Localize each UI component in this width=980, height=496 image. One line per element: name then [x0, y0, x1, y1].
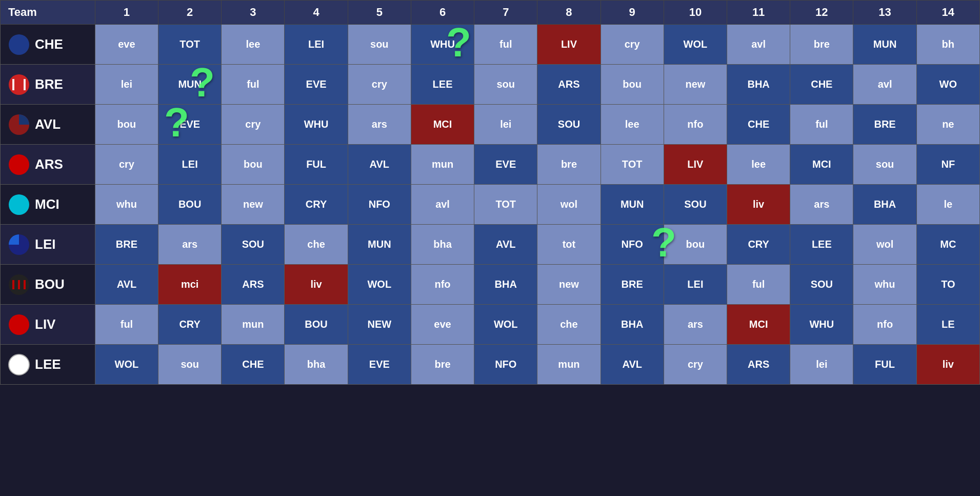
fixture-cell[interactable]: liv	[916, 345, 979, 385]
fixture-cell[interactable]: LEI	[664, 265, 727, 305]
fixture-cell[interactable]: whu	[853, 265, 916, 305]
fixture-cell[interactable]: LEE	[790, 225, 853, 265]
fixture-cell[interactable]: bre	[411, 345, 474, 385]
fixture-cell[interactable]: LEI	[158, 145, 222, 185]
fixture-cell[interactable]: new	[222, 185, 285, 225]
fixture-cell[interactable]: lee	[727, 145, 790, 185]
fixture-cell[interactable]: mun	[537, 345, 601, 385]
fixture-cell[interactable]: CRY	[727, 225, 790, 265]
fixture-cell[interactable]: ful	[222, 65, 285, 105]
fixture-cell[interactable]: bou	[95, 105, 158, 145]
fixture-cell[interactable]: le	[916, 185, 979, 225]
fixture-cell[interactable]: BHA	[853, 185, 916, 225]
fixture-cell[interactable]: ars	[664, 305, 727, 345]
fixture-cell[interactable]: WOL	[95, 345, 158, 385]
fixture-cell[interactable]: ars	[348, 105, 411, 145]
fixture-cell[interactable]: ful	[727, 265, 790, 305]
fixture-cell[interactable]: BHA	[727, 65, 790, 105]
fixture-cell[interactable]: MC	[916, 225, 979, 265]
fixture-cell[interactable]: avl	[727, 25, 790, 65]
fixture-cell[interactable]: BOU	[285, 305, 348, 345]
fixture-cell[interactable]: LE	[916, 305, 979, 345]
fixture-cell[interactable]: AVL	[95, 265, 158, 305]
fixture-cell[interactable]: lei	[474, 105, 537, 145]
fixture-cell[interactable]: bha	[411, 225, 474, 265]
fixture-cell[interactable]: cry	[222, 105, 285, 145]
fixture-cell[interactable]: liv	[285, 265, 348, 305]
fixture-cell[interactable]: sou	[158, 345, 222, 385]
fixture-cell[interactable]: ARS	[727, 345, 790, 385]
fixture-cell[interactable]: cry	[664, 345, 727, 385]
fixture-cell[interactable]: lee	[601, 105, 664, 145]
fixture-cell[interactable]: TO	[916, 265, 979, 305]
fixture-cell[interactable]: cry	[348, 65, 411, 105]
fixture-cell[interactable]: BOU	[158, 185, 222, 225]
fixture-cell[interactable]: bre	[537, 145, 601, 185]
fixture-cell[interactable]: che	[285, 225, 348, 265]
fixture-cell[interactable]: bh	[916, 25, 979, 65]
fixture-cell[interactable]: ful	[790, 105, 853, 145]
fixture-cell[interactable]: BHA	[474, 265, 537, 305]
fixture-cell[interactable]: cry	[95, 145, 158, 185]
fixture-cell[interactable]: WO	[916, 65, 979, 105]
fixture-cell[interactable]: ars	[158, 225, 222, 265]
fixture-cell[interactable]: MUN	[158, 65, 222, 105]
fixture-cell[interactable]: WHU	[790, 305, 853, 345]
fixture-cell[interactable]: NEW	[348, 305, 411, 345]
fixture-cell[interactable]: WOL	[664, 25, 727, 65]
fixture-cell[interactable]: WHU	[411, 25, 474, 65]
fixture-cell[interactable]: ARS	[537, 65, 601, 105]
fixture-cell[interactable]: eve	[95, 25, 158, 65]
fixture-cell[interactable]: MUN	[601, 185, 664, 225]
fixture-cell[interactable]: EVE	[474, 145, 537, 185]
fixture-cell[interactable]: NFO	[348, 185, 411, 225]
fixture-cell[interactable]: bou	[601, 65, 664, 105]
fixture-cell[interactable]: SOU	[664, 185, 727, 225]
fixture-cell[interactable]: TOT	[474, 185, 537, 225]
fixture-cell[interactable]: sou	[474, 65, 537, 105]
fixture-cell[interactable]: FUL	[285, 145, 348, 185]
fixture-cell[interactable]: CHE	[222, 345, 285, 385]
fixture-cell[interactable]: lee	[222, 25, 285, 65]
fixture-cell[interactable]: CRY	[158, 305, 222, 345]
fixture-cell[interactable]: avl	[411, 185, 474, 225]
fixture-cell[interactable]: new	[537, 265, 601, 305]
fixture-cell[interactable]: LEI	[285, 25, 348, 65]
fixture-cell[interactable]: cry	[601, 25, 664, 65]
fixture-cell[interactable]: WOL	[474, 305, 537, 345]
fixture-cell[interactable]: WHU	[285, 105, 348, 145]
fixture-cell[interactable]: tot	[537, 225, 601, 265]
fixture-cell[interactable]: EVE	[285, 65, 348, 105]
fixture-cell[interactable]: nfo	[411, 265, 474, 305]
fixture-cell[interactable]: LIV	[664, 145, 727, 185]
fixture-cell[interactable]: whu	[95, 185, 158, 225]
fixture-cell[interactable]: CRY	[285, 185, 348, 225]
fixture-cell[interactable]: MUN	[348, 225, 411, 265]
fixture-cell[interactable]: BRE	[853, 105, 916, 145]
fixture-cell[interactable]: nfo	[853, 305, 916, 345]
fixture-cell[interactable]: wol	[537, 185, 601, 225]
fixture-cell[interactable]: SOU	[790, 265, 853, 305]
fixture-cell[interactable]: eve	[411, 305, 474, 345]
fixture-cell[interactable]: ARS	[222, 265, 285, 305]
fixture-cell[interactable]: che	[537, 305, 601, 345]
fixture-cell[interactable]: bha	[285, 345, 348, 385]
fixture-cell[interactable]: EVE	[348, 345, 411, 385]
fixture-cell[interactable]: lei	[95, 65, 158, 105]
fixture-cell[interactable]: lei	[790, 345, 853, 385]
fixture-cell[interactable]: BRE	[601, 265, 664, 305]
fixture-cell[interactable]: avl	[853, 65, 916, 105]
fixture-cell[interactable]: AVL	[474, 225, 537, 265]
fixture-cell[interactable]: ful	[474, 25, 537, 65]
fixture-cell[interactable]: sou	[853, 145, 916, 185]
fixture-cell[interactable]: mun	[411, 145, 474, 185]
fixture-cell[interactable]: new	[664, 65, 727, 105]
fixture-cell[interactable]: EVE	[158, 105, 222, 145]
fixture-cell[interactable]: bre	[790, 25, 853, 65]
fixture-cell[interactable]: LIV	[537, 25, 601, 65]
fixture-cell[interactable]: AVL	[601, 345, 664, 385]
fixture-cell[interactable]: bou	[222, 145, 285, 185]
fixture-cell[interactable]: WOL	[348, 265, 411, 305]
fixture-cell[interactable]: FUL	[853, 345, 916, 385]
fixture-cell[interactable]: ful	[95, 305, 158, 345]
